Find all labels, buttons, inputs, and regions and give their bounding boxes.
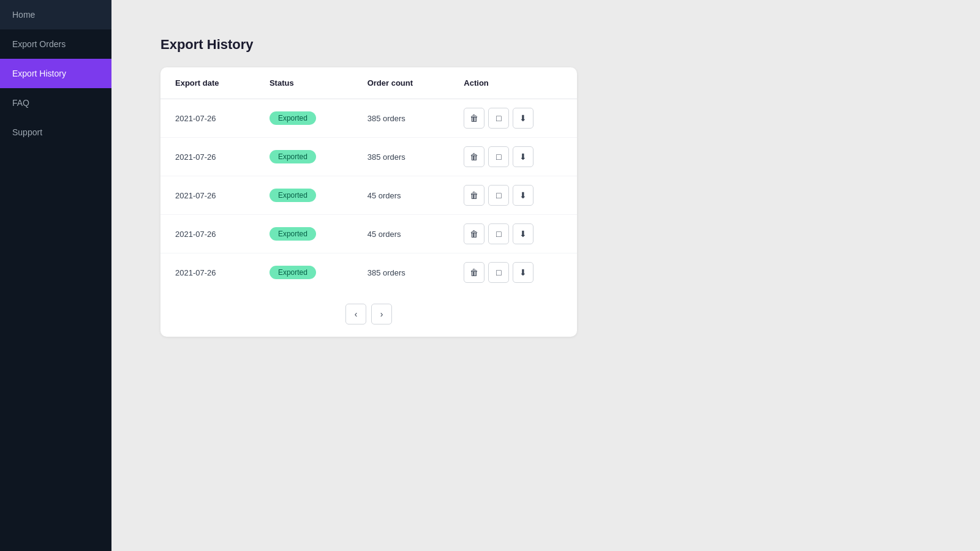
main-content: Export History Export date Status Order …	[111, 0, 980, 551]
sidebar-label-export-history: Export History	[12, 69, 66, 78]
copy-button[interactable]: □	[488, 108, 509, 129]
status-badge: Exported	[270, 150, 316, 163]
trash-icon: 🗑	[470, 268, 478, 277]
status-badge: Exported	[270, 266, 316, 279]
download-button[interactable]: ⬇	[513, 223, 533, 244]
delete-button[interactable]: 🗑	[464, 262, 484, 283]
trash-icon: 🗑	[470, 152, 478, 162]
download-icon: ⬇	[519, 113, 527, 123]
cell-order-count: 385 orders	[353, 253, 450, 292]
cell-order-count: 45 orders	[353, 176, 450, 215]
cell-export-date: 2021-07-26	[160, 215, 255, 253]
download-button[interactable]: ⬇	[513, 108, 533, 129]
table-header-row: Export date Status Order count Action	[160, 67, 577, 99]
download-icon: ⬇	[519, 152, 527, 162]
pagination: ‹ ›	[160, 291, 577, 337]
col-header-order-count: Order count	[353, 67, 450, 99]
pagination-prev-button[interactable]: ‹	[345, 304, 366, 324]
trash-icon: 🗑	[470, 229, 478, 239]
table-row: 2021-07-26Exported45 orders🗑□⬇	[160, 176, 577, 215]
action-group: 🗑□⬇	[464, 185, 562, 206]
col-header-action: Action	[449, 67, 577, 99]
cell-action: 🗑□⬇	[449, 176, 577, 215]
cell-export-date: 2021-07-26	[160, 138, 255, 176]
cell-action: 🗑□⬇	[449, 138, 577, 176]
action-group: 🗑□⬇	[464, 146, 562, 167]
sidebar: Home Export Orders Export History FAQ Su…	[0, 0, 111, 551]
cell-export-date: 2021-07-26	[160, 176, 255, 215]
download-icon: ⬇	[519, 190, 527, 200]
export-history-card: Export date Status Order count Action 20…	[160, 67, 577, 337]
copy-icon: □	[496, 268, 501, 277]
trash-icon: 🗑	[470, 190, 478, 200]
chevron-right-icon: ›	[380, 309, 383, 319]
delete-button[interactable]: 🗑	[464, 146, 484, 167]
copy-icon: □	[496, 190, 501, 200]
cell-status: Exported	[255, 138, 353, 176]
cell-status: Exported	[255, 215, 353, 253]
sidebar-label-faq: FAQ	[12, 98, 29, 108]
cell-status: Exported	[255, 253, 353, 292]
copy-icon: □	[496, 113, 501, 123]
download-button[interactable]: ⬇	[513, 262, 533, 283]
cell-export-date: 2021-07-26	[160, 253, 255, 292]
trash-icon: 🗑	[470, 113, 478, 123]
cell-order-count: 385 orders	[353, 99, 450, 138]
table-row: 2021-07-26Exported385 orders🗑□⬇	[160, 99, 577, 138]
cell-order-count: 45 orders	[353, 215, 450, 253]
sidebar-label-export-orders: Export Orders	[12, 39, 66, 49]
delete-button[interactable]: 🗑	[464, 223, 484, 244]
cell-action: 🗑□⬇	[449, 99, 577, 138]
status-badge: Exported	[270, 189, 316, 202]
action-group: 🗑□⬇	[464, 108, 562, 129]
cell-export-date: 2021-07-26	[160, 99, 255, 138]
copy-button[interactable]: □	[488, 262, 509, 283]
cell-status: Exported	[255, 176, 353, 215]
sidebar-item-home[interactable]: Home	[0, 0, 111, 29]
cell-action: 🗑□⬇	[449, 253, 577, 292]
sidebar-item-faq[interactable]: FAQ	[0, 88, 111, 118]
status-badge: Exported	[270, 111, 316, 125]
copy-button[interactable]: □	[488, 146, 509, 167]
download-button[interactable]: ⬇	[513, 146, 533, 167]
sidebar-label-support: Support	[12, 127, 42, 137]
cell-status: Exported	[255, 99, 353, 138]
action-group: 🗑□⬇	[464, 223, 562, 244]
page-title: Export History	[160, 37, 931, 53]
sidebar-label-home: Home	[12, 10, 35, 20]
delete-button[interactable]: 🗑	[464, 108, 484, 129]
cell-action: 🗑□⬇	[449, 215, 577, 253]
cell-order-count: 385 orders	[353, 138, 450, 176]
pagination-next-button[interactable]: ›	[371, 304, 392, 324]
sidebar-item-export-history[interactable]: Export History	[0, 59, 111, 88]
copy-icon: □	[496, 229, 501, 239]
download-icon: ⬇	[519, 268, 527, 277]
delete-button[interactable]: 🗑	[464, 185, 484, 206]
copy-button[interactable]: □	[488, 185, 509, 206]
status-badge: Exported	[270, 227, 316, 241]
copy-icon: □	[496, 152, 501, 162]
chevron-left-icon: ‹	[355, 309, 358, 319]
export-table: Export date Status Order count Action 20…	[160, 67, 577, 291]
table-row: 2021-07-26Exported45 orders🗑□⬇	[160, 215, 577, 253]
copy-button[interactable]: □	[488, 223, 509, 244]
download-icon: ⬇	[519, 229, 527, 239]
table-row: 2021-07-26Exported385 orders🗑□⬇	[160, 138, 577, 176]
col-header-status: Status	[255, 67, 353, 99]
table-row: 2021-07-26Exported385 orders🗑□⬇	[160, 253, 577, 292]
sidebar-item-export-orders[interactable]: Export Orders	[0, 29, 111, 59]
action-group: 🗑□⬇	[464, 262, 562, 283]
sidebar-item-support[interactable]: Support	[0, 118, 111, 147]
download-button[interactable]: ⬇	[513, 185, 533, 206]
col-header-export-date: Export date	[160, 67, 255, 99]
